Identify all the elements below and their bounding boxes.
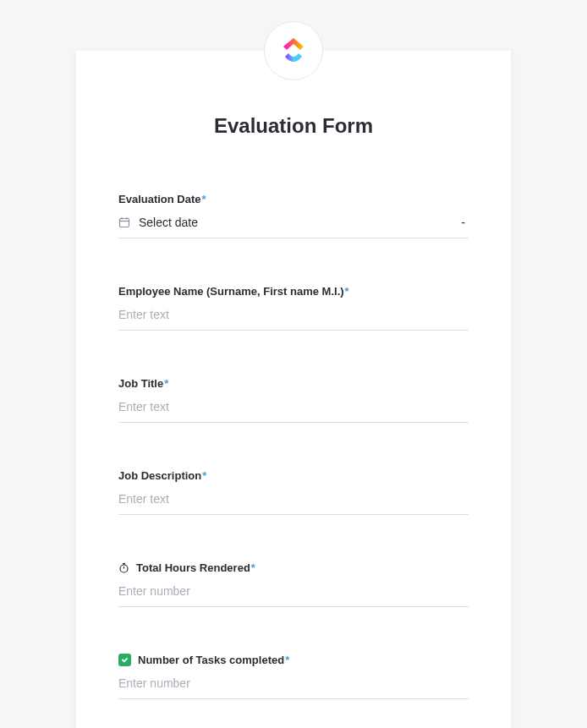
date-placeholder-text: Select date xyxy=(139,216,461,229)
evaluation-date-input[interactable]: Select date - xyxy=(118,216,469,238)
evaluation-date-label: Evaluation Date* xyxy=(118,193,469,205)
logo-circle xyxy=(264,21,323,80)
date-dash: - xyxy=(461,216,469,229)
total-hours-label: Total Hours Rendered* xyxy=(118,561,469,574)
svg-rect-0 xyxy=(120,219,129,227)
job-description-label: Job Description* xyxy=(118,469,469,482)
job-title-input[interactable] xyxy=(118,400,469,413)
job-description-input[interactable] xyxy=(118,492,469,506)
tasks-completed-input[interactable] xyxy=(118,676,469,690)
employee-name-label: Employee Name (Surname, First name M.I.)… xyxy=(118,285,469,298)
job-title-label: Job Title* xyxy=(118,377,469,390)
employee-name-field: Employee Name (Surname, First name M.I.)… xyxy=(118,285,469,331)
job-title-field: Job Title* xyxy=(118,377,469,423)
job-description-field: Job Description* xyxy=(118,469,469,515)
stopwatch-icon xyxy=(118,562,129,573)
checkbox-icon xyxy=(118,654,131,666)
employee-name-input[interactable] xyxy=(118,308,469,321)
calendar-icon xyxy=(118,216,130,228)
total-hours-input[interactable] xyxy=(118,584,469,598)
form-card: Evaluation Form Evaluation Date* Select … xyxy=(76,51,511,728)
total-hours-field: Total Hours Rendered* xyxy=(118,561,469,607)
tasks-completed-field: Number of Tasks completed* xyxy=(118,654,469,699)
tasks-completed-label: Number of Tasks completed* xyxy=(118,654,469,666)
clickup-logo-icon xyxy=(280,35,307,67)
evaluation-date-field: Evaluation Date* Select date - xyxy=(118,193,469,238)
form-title: Evaluation Form xyxy=(118,114,469,138)
